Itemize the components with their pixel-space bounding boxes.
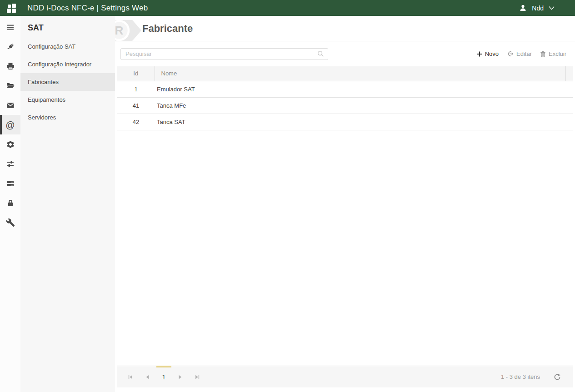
edit-arrow-icon: [507, 50, 514, 57]
data-grid: Id Nome 1 Emulador SAT 41 Tanca MFe: [117, 66, 573, 130]
pager-prev-button[interactable]: [139, 370, 156, 384]
refresh-icon: [554, 373, 561, 381]
page-title: Fabricante: [142, 16, 575, 41]
wrench-icon: [6, 218, 15, 227]
rail-item-lock[interactable]: [0, 193, 20, 213]
column-header-spacer: [565, 66, 573, 81]
app-header: NDD i-Docs NFC-e | Settings Web Ndd: [0, 0, 575, 16]
table-row[interactable]: 1 Emulador SAT: [117, 81, 573, 97]
sidebar-item-servidores[interactable]: Servidores: [20, 109, 115, 126]
cell-nome: Emulador SAT: [155, 81, 565, 97]
page-header: R Fabricante: [115, 16, 575, 41]
sidebar: SAT Configuração SAT Configuração Integr…: [20, 16, 115, 392]
sidebar-item-configuracao-sat[interactable]: Configuração SAT: [20, 38, 115, 55]
lock-icon: [6, 198, 15, 208]
toolbar: Novo Editar Excluir: [115, 41, 575, 66]
rail-item-menu[interactable]: [0, 17, 20, 37]
rail-item-sliders[interactable]: [0, 154, 20, 174]
grid-empty-area: [115, 130, 575, 366]
search-box: [120, 48, 328, 60]
table-row[interactable]: 41 Tanca MFe: [117, 97, 573, 114]
rail-item-mail[interactable]: [0, 95, 20, 115]
first-page-icon: [127, 374, 134, 380]
app-title: NDD i-Docs NFC-e | Settings Web: [27, 4, 148, 13]
rail-item-printer[interactable]: [0, 56, 20, 76]
pager-next-button[interactable]: [171, 370, 189, 384]
app-logo-icon: [6, 3, 16, 13]
sidebar-item-fabricantes[interactable]: Fabricantes: [20, 73, 115, 91]
gear-icon: [6, 140, 15, 149]
plug-icon: [6, 42, 15, 51]
user-menu[interactable]: Ndd: [519, 4, 555, 12]
table-row[interactable]: 42 Tanca SAT: [117, 114, 573, 130]
sidebar-item-equipamentos[interactable]: Equipamentos: [20, 91, 115, 109]
chevron-down-icon: [549, 6, 555, 10]
sidebar-menu: Configuração SAT Configuração Integrador…: [20, 38, 115, 126]
icon-rail: @: [0, 16, 20, 392]
cell-nome: Tanca SAT: [155, 114, 565, 130]
edit-button[interactable]: Editar: [506, 49, 533, 59]
rail-item-settings[interactable]: [0, 134, 20, 154]
new-button-label: Novo: [485, 50, 499, 57]
search-input[interactable]: [121, 49, 317, 60]
pager-page-1[interactable]: 1: [156, 370, 171, 384]
svg-text:R: R: [115, 24, 124, 37]
column-header-nome[interactable]: Nome: [155, 66, 565, 81]
column-header-id[interactable]: Id: [117, 66, 155, 81]
user-name: Ndd: [532, 5, 544, 12]
refresh-button[interactable]: [554, 373, 561, 381]
rail-item-folder[interactable]: [0, 76, 20, 95]
sidebar-title: SAT: [20, 22, 115, 33]
rail-item-tools[interactable]: [0, 213, 20, 232]
search-icon[interactable]: [317, 50, 324, 57]
delete-button[interactable]: Excluir: [539, 49, 567, 59]
grid-header-row: Id Nome: [117, 66, 573, 81]
prev-page-icon: [145, 374, 151, 380]
edit-button-label: Editar: [516, 50, 532, 57]
sliders-icon: [6, 159, 15, 169]
trash-icon: [540, 51, 546, 57]
cell-id: 41: [117, 97, 155, 114]
rail-item-server[interactable]: [0, 174, 20, 193]
menu-icon: [6, 23, 15, 32]
pager-first-button[interactable]: [122, 370, 139, 384]
pager-last-button[interactable]: [189, 370, 206, 384]
next-page-icon: [177, 374, 183, 380]
last-page-icon: [194, 374, 200, 380]
pager: 1 1 - 3 de 3 itens: [117, 366, 573, 387]
user-icon: [519, 4, 527, 12]
at-sign-icon: @: [5, 120, 15, 129]
plus-icon: [477, 51, 482, 57]
rail-item-plug[interactable]: [0, 37, 20, 56]
cell-id: 1: [117, 81, 155, 97]
cell-nome: Tanca MFe: [155, 97, 565, 114]
main-content: R Fabricante Novo: [115, 16, 575, 392]
printer-icon: [6, 62, 15, 71]
sidebar-item-configuracao-integrador[interactable]: Configuração Integrador: [20, 55, 115, 73]
folder-open-icon: [6, 81, 15, 90]
envelope-icon: [6, 101, 15, 110]
pager-info: 1 - 3 de 3 itens: [501, 373, 540, 380]
rail-item-at-sign[interactable]: @: [0, 115, 20, 134]
cell-id: 42: [117, 114, 155, 130]
new-button[interactable]: Novo: [476, 49, 500, 59]
server-icon: [6, 179, 15, 188]
delete-button-label: Excluir: [549, 50, 566, 57]
